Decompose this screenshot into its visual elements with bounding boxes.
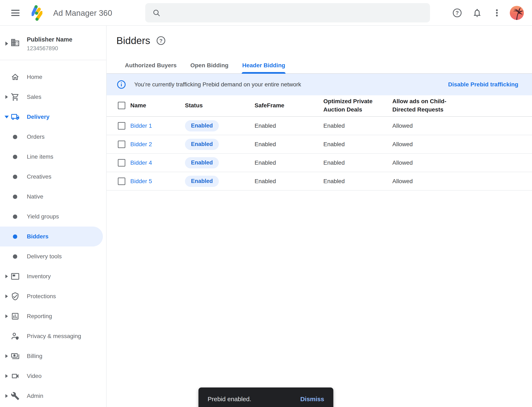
chevron-right-icon [5, 374, 8, 378]
app-header: Ad Manager 360 ? [0, 0, 532, 26]
row-checkbox[interactable] [118, 159, 125, 166]
toast-message: Prebid enabled. [208, 396, 251, 403]
row-checkbox[interactable] [118, 178, 125, 185]
sidebar-item-label: Delivery [27, 114, 49, 120]
publisher-switcher[interactable]: Publisher Name 1234567890 [0, 26, 106, 60]
status-badge: Enabled [185, 176, 219, 187]
safeframe-cell: Enabled [255, 159, 323, 166]
search-input[interactable] [166, 9, 430, 16]
sidebar-item-creatives[interactable]: Creatives [0, 167, 106, 187]
sidebar-item-label: Home [27, 74, 42, 80]
search-bar[interactable] [145, 3, 430, 23]
display-icon [11, 272, 20, 281]
child-directed-cell: Allowed [392, 123, 532, 129]
bidder-link[interactable]: Bidder 2 [130, 141, 152, 148]
disable-prebid-trafficking-link[interactable]: Disable Prebid trafficking [448, 81, 518, 88]
sidebar-item-label: Yield groups [27, 213, 59, 220]
chevron-down-icon [5, 116, 9, 118]
sidebar-item-inventory[interactable]: Inventory [0, 266, 106, 286]
bullet-icon [13, 254, 17, 259]
sidebar-item-admin[interactable]: Admin [0, 386, 106, 406]
sidebar-nav: Home Sales Delivery Orders [0, 60, 106, 406]
column-header-name: Name [130, 101, 185, 110]
payments-icon [11, 352, 20, 360]
sidebar-item-native[interactable]: Native [0, 187, 106, 207]
child-directed-cell: Allowed [392, 178, 532, 185]
tab-bar: Authorized Buyers Open Bidding Header Bi… [107, 57, 532, 74]
home-icon [11, 73, 20, 81]
wrench-icon [11, 392, 20, 400]
chevron-right-icon [5, 274, 8, 278]
select-all-checkbox[interactable] [118, 102, 125, 109]
row-checkbox[interactable] [118, 141, 125, 148]
kebab-menu-icon[interactable] [490, 6, 504, 20]
opad-cell: Enabled [323, 123, 392, 129]
help-icon[interactable]: ? [156, 36, 166, 46]
sidebar-item-protections[interactable]: Protections [0, 286, 106, 306]
opad-cell: Enabled [323, 141, 392, 148]
person-shield-icon [11, 332, 20, 341]
sidebar-item-bidders[interactable]: Bidders [0, 227, 103, 246]
page-title-row: Bidders ? [116, 35, 166, 46]
bullet-icon [13, 235, 17, 239]
sidebar-item-delivery[interactable]: Delivery [0, 107, 106, 127]
column-header-child-directed: Allow ads on Child- Directed Requests [392, 97, 532, 114]
bullet-icon [13, 214, 17, 219]
svg-text:?: ? [456, 10, 459, 16]
bidder-link[interactable]: Bidder 4 [130, 159, 152, 166]
sidebar-item-yield-groups[interactable]: Yield groups [0, 207, 106, 227]
opad-cell: Enabled [323, 159, 392, 166]
bullet-icon [13, 135, 17, 139]
row-checkbox[interactable] [118, 122, 125, 130]
sidebar-item-home[interactable]: Home [0, 67, 106, 87]
sidebar-item-label: Line items [27, 153, 53, 160]
sidebar-item-video[interactable]: Video [0, 366, 106, 386]
bidder-link[interactable]: Bidder 5 [130, 178, 152, 184]
table-body: Bidder 1 Enabled Enabled Enabled Allowed… [107, 117, 532, 191]
child-directed-cell: Allowed [392, 141, 532, 148]
publisher-id: 1234567890 [27, 45, 58, 52]
snackbar-toast: Prebid enabled. Dismiss [198, 387, 333, 407]
bullet-icon [13, 155, 17, 159]
search-icon [152, 9, 161, 17]
sidebar: Publisher Name 1234567890 Home Sales [0, 26, 107, 407]
videocam-icon [11, 372, 20, 380]
cart-icon [11, 93, 20, 101]
bar-chart-icon [11, 312, 20, 321]
sidebar-item-label: Native [27, 193, 43, 200]
hamburger-icon[interactable] [11, 10, 20, 16]
sidebar-item-reporting[interactable]: Reporting [0, 306, 106, 326]
help-button[interactable]: ? [451, 6, 464, 20]
bidder-link[interactable]: Bidder 1 [130, 123, 152, 129]
page-title: Bidders [116, 35, 150, 46]
avatar-palm-tree[interactable] [510, 6, 524, 20]
safeframe-cell: Enabled [255, 141, 323, 148]
chevron-right-icon [5, 95, 8, 99]
sidebar-item-delivery-tools[interactable]: Delivery tools [0, 246, 106, 266]
status-badge: Enabled [185, 157, 219, 168]
tab-header-bidding[interactable]: Header Bidding [242, 57, 285, 73]
bell-icon[interactable] [470, 6, 484, 20]
prebid-info-banner: You’re currently trafficking Prebid dema… [107, 74, 532, 95]
chevron-right-icon [5, 354, 8, 358]
sidebar-item-label: Video [27, 373, 41, 379]
tab-authorized-buyers[interactable]: Authorized Buyers [125, 57, 177, 73]
chevron-right-icon [5, 41, 8, 46]
sidebar-item-billing[interactable]: Billing [0, 346, 106, 366]
sidebar-item-sales[interactable]: Sales [0, 87, 106, 107]
bullet-icon [13, 175, 17, 179]
sidebar-item-orders[interactable]: Orders [0, 127, 106, 147]
app-title: Ad Manager 360 [53, 9, 112, 18]
table-header: Name Status SafeFrame Optimized Private … [107, 94, 532, 117]
opad-cell: Enabled [323, 178, 392, 185]
svg-text:?: ? [159, 38, 162, 44]
main-content: Bidders ? Authorized Buyers Open Bidding… [107, 26, 532, 407]
sidebar-item-line-items[interactable]: Line items [0, 147, 106, 167]
tab-open-bidding[interactable]: Open Bidding [190, 57, 229, 73]
truck-icon [11, 113, 20, 121]
sidebar-item-label: Reporting [27, 313, 52, 320]
sidebar-item-privacy-messaging[interactable]: Privacy & messaging [0, 326, 106, 346]
table-row: Bidder 4 Enabled Enabled Enabled Allowed [107, 154, 532, 172]
dismiss-button[interactable]: Dismiss [300, 396, 324, 403]
ad-manager-logo [32, 5, 42, 21]
